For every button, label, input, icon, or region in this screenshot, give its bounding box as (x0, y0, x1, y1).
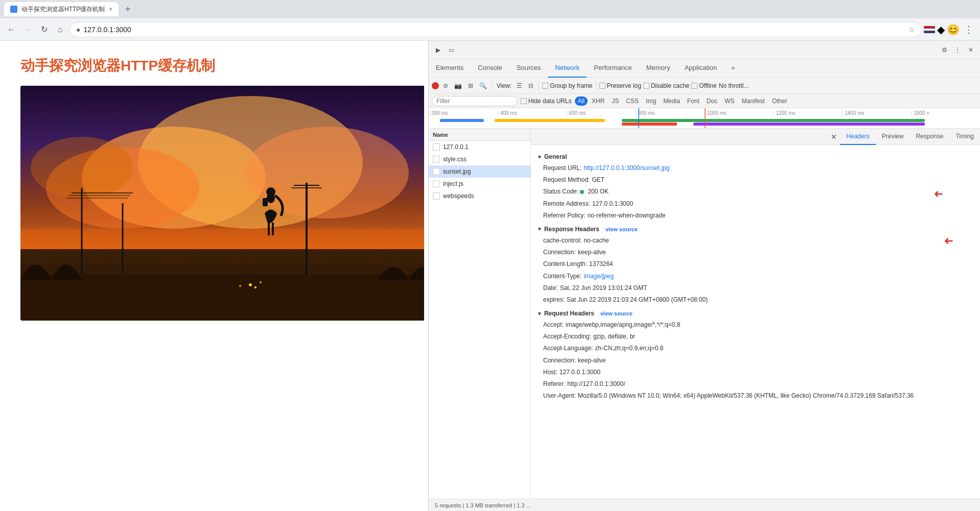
tab-performance[interactable]: Performance (587, 59, 639, 78)
response-header-cache-control: cache-control: no-cache ➜ (537, 235, 974, 247)
tab-sources[interactable]: Sources (509, 59, 548, 78)
filter-xhr[interactable]: XHR (589, 96, 608, 106)
preserve-log-label[interactable]: Preserve log (599, 82, 641, 89)
response-header-content-length: Content-Length: 1373264 (537, 258, 974, 270)
referrer-policy-key: Referrer Policy: (543, 211, 586, 221)
settings-button[interactable]: ⚙ (938, 44, 950, 56)
nav-right: ◆ 😊 ⋮ (924, 22, 976, 37)
disable-cache-label[interactable]: Disable cache (643, 82, 689, 89)
filter-font[interactable]: Font (684, 96, 703, 106)
file-item-css[interactable]: style.css (429, 153, 530, 165)
response-header-date: Date: Sat, 22 Jun 2019 13:01:24 GMT (537, 282, 974, 294)
file-icon (433, 156, 440, 163)
filter-other[interactable]: Other (769, 96, 790, 106)
record-button[interactable] (432, 82, 439, 89)
reload-button[interactable]: ↻ (37, 22, 51, 37)
left-panel: 动手探究浏览器HTTP缓存机制 (0, 41, 428, 511)
filter-input[interactable] (432, 96, 518, 106)
request-header-accept-encoding: Accept-Encoding: gzip, deflate, br (537, 331, 974, 343)
svg-point-24 (254, 286, 256, 288)
tab-network[interactable]: Network (548, 59, 587, 78)
no-throttle-label[interactable]: No throttl... (719, 82, 749, 89)
filter-ws[interactable]: WS (721, 96, 737, 106)
request-url-key: Request URL: (543, 163, 581, 173)
detail-panel: ✕ Headers Preview Response Timing Genera… (531, 129, 980, 511)
close-devtools-button[interactable]: ✕ (965, 44, 977, 56)
request-method-val: GET (592, 175, 604, 185)
inspect-element-button[interactable]: ▶ (432, 44, 444, 56)
request-header-host: Host: 127.0.0.1:3000 (537, 367, 974, 378)
active-tab[interactable]: 动手探究浏览器HTTP缓存机制 × (4, 2, 119, 16)
back-button[interactable]: ← (4, 22, 18, 37)
bookmark-icon[interactable]: ☆ (908, 26, 915, 34)
menu-button[interactable]: ⋮ (962, 22, 976, 37)
referrer-policy-row: Referrer Policy: no-referrer-when-downgr… (537, 210, 974, 222)
search-button[interactable]: 🔍 (477, 81, 489, 91)
filter-bar: Hide data URLs All XHR JS CSS Img Media … (429, 94, 980, 108)
forward-button[interactable]: → (20, 22, 35, 37)
file-icon (433, 143, 440, 151)
tab-application[interactable]: Application (678, 59, 725, 78)
tab-close-icon[interactable]: × (109, 6, 112, 13)
filter-manifest[interactable]: Manifest (739, 96, 768, 106)
view-source-response[interactable]: view source (605, 226, 638, 232)
filter-media[interactable]: Media (660, 96, 683, 106)
general-title: General (537, 153, 974, 160)
referrer-policy-val: no-referrer-when-downgrade (588, 211, 666, 221)
clear-button[interactable]: ⊘ (441, 81, 450, 91)
detail-tab-timing[interactable]: Timing (949, 129, 980, 145)
view-source-request[interactable]: view source (600, 310, 633, 317)
file-icon (433, 168, 440, 175)
request-header-user-agent: User-Agent: Mozilla/5.0 (Windows NT 10.0… (537, 390, 974, 402)
file-item-webspeeds[interactable]: webspeeds (429, 190, 530, 202)
hide-data-urls-label[interactable]: Hide data URLs (521, 98, 572, 105)
filter-css[interactable]: CSS (623, 96, 642, 106)
svg-rect-16 (20, 275, 424, 321)
more-tools-button[interactable]: ⋮ (951, 44, 964, 56)
offline-label[interactable]: Offline (691, 82, 716, 89)
view-list-button[interactable]: ☰ (515, 81, 524, 91)
response-header-content-type: Content-Type: image/jpeg (537, 271, 974, 282)
new-tab-button[interactable]: + (121, 2, 135, 16)
filter-all[interactable]: All (575, 96, 588, 106)
tab-memory[interactable]: Memory (639, 59, 678, 78)
request-header-accept-language: Accept-Language: zh-CN,zh;q=0.9,en;q=0.8 (537, 343, 974, 354)
devtools-toolbar: ▶ ▭ ⚙ ⋮ ✕ (429, 41, 980, 59)
status-dot (580, 190, 584, 194)
filter-doc[interactable]: Doc (704, 96, 720, 106)
tab-elements[interactable]: Elements (429, 59, 471, 78)
flag-icon (924, 26, 935, 33)
main-layout: 动手探究浏览器HTTP缓存机制 (0, 41, 980, 511)
group-by-frame-label[interactable]: Group by frame (542, 82, 592, 89)
detail-tab-response[interactable]: Response (909, 129, 949, 145)
tick-1600: 1600 + (911, 110, 980, 116)
filter-button[interactable]: ⊞ (466, 81, 475, 91)
file-item-127[interactable]: 127.0.0.1 (429, 141, 530, 153)
filter-img[interactable]: Img (643, 96, 659, 106)
device-toolbar-button[interactable]: ▭ (445, 44, 457, 56)
view-filmstrip-button[interactable]: ⊟ (526, 81, 535, 91)
home-button[interactable]: ⌂ (53, 22, 67, 37)
capture-screenshot-button[interactable]: 📷 (452, 81, 464, 91)
response-header-expires: expires: Sat Jun 22 2019 21:03:24 GMT+08… (537, 294, 974, 306)
tick-200: 200 ms (429, 110, 498, 116)
file-item-jpg[interactable]: sunset.jpg (429, 165, 530, 178)
devtools-tabs: Elements Console Sources Network Perform… (429, 59, 980, 78)
status-code-row: Status Code: 200 OK ➜ (537, 186, 974, 198)
filter-js[interactable]: JS (609, 96, 622, 106)
profile-icon[interactable]: 😊 (947, 23, 960, 36)
file-item-js[interactable]: inject.js (429, 178, 530, 190)
extension-icon[interactable]: ◆ (937, 23, 945, 36)
tick-600: 600 ms (567, 110, 636, 116)
tab-console[interactable]: Console (471, 59, 509, 78)
address-bar[interactable]: ● 127.0.0.1:3000 ☆ (69, 22, 922, 37)
detail-tab-preview[interactable]: Preview (876, 129, 910, 145)
more-tabs-button[interactable]: » (724, 59, 742, 78)
detail-tab-headers[interactable]: Headers (840, 129, 875, 145)
cache-control-val: no-cache (584, 236, 609, 246)
request-headers-section: Request Headers view source Accept: imag… (537, 310, 974, 402)
detail-close-button[interactable]: ✕ (828, 131, 840, 143)
browser-window: 动手探究浏览器HTTP缓存机制 × + ← → ↻ ⌂ ● 127.0.0.1:… (0, 0, 980, 41)
secure-icon: ● (76, 26, 80, 34)
request-header-connection: Connection: keep-alive (537, 355, 974, 367)
